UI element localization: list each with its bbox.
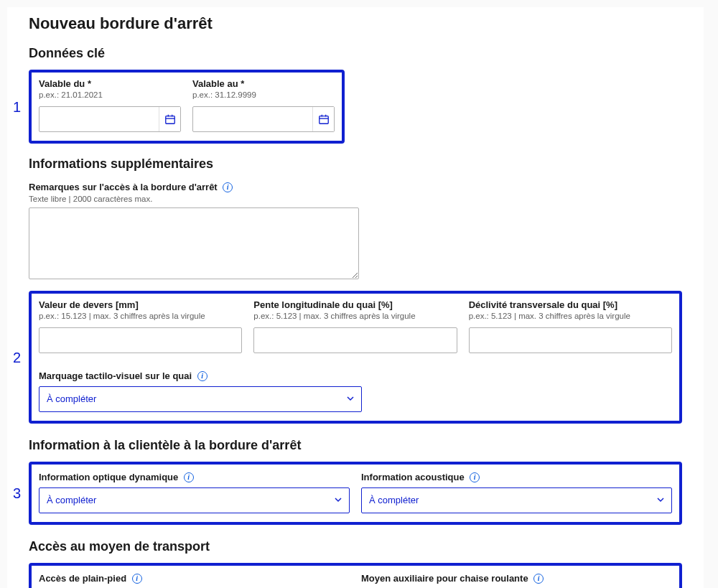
info-icon[interactable]: i [533,574,544,584]
optical-label: Information optique dynamique [39,472,178,482]
valid-from-label: Valable du * [39,78,181,89]
box-key-data: 1 Valable du * p.ex.: 21.01.2021 Valable… [29,70,345,144]
cross-slope-input[interactable] [469,327,672,353]
tactile-label: Marquage tactilo-visuel sur le quai [39,370,192,381]
long-slope-input[interactable] [253,327,457,353]
level-access-label: Accès de plain-pied [39,573,126,584]
box-number-1: 1 [13,98,21,115]
superelevation-input[interactable] [39,327,242,353]
section-key-data-heading: Données clé [29,46,682,61]
box-customer-info: 3 Information optique dynamique i À comp… [29,462,682,525]
tactile-select[interactable]: À compléter [39,386,362,412]
valid-to-label: Valable au * [192,78,335,89]
page-title: Nouveau bordure d'arrêt [29,14,682,33]
box-transport-access: 4 Accès de plain-pied i À compléter Moye… [29,563,682,588]
calendar-icon[interactable] [159,107,180,131]
info-icon[interactable]: i [132,574,142,584]
info-icon[interactable]: i [470,472,480,482]
long-slope-hint: p.ex.: 5.123 | max. 3 chiffres après la … [253,312,457,320]
section-transport-heading: Accès au moyen de transport [29,539,682,554]
cross-slope-hint: p.ex.: 5.123 | max. 3 chiffres après la … [469,312,672,320]
box-number-3: 3 [13,485,21,502]
superelevation-hint: p.ex.: 15.123 | max. 3 chiffres après la… [39,312,242,320]
valid-from-hint: p.ex.: 21.01.2021 [39,90,181,99]
cross-slope-label: Déclivité transversale du quai [%] [469,299,672,310]
wheelchair-aid-label: Moyen auxiliaire pour chaise roulante [361,573,528,584]
valid-to-hint: p.ex.: 31.12.9999 [192,90,335,99]
info-icon[interactable]: i [197,371,208,381]
remarks-textarea[interactable] [29,207,359,279]
section-extra-heading: Informations supplémentaires [29,157,682,172]
superelevation-label: Valeur de devers [mm] [39,299,242,310]
box-number-2: 2 [13,349,21,365]
info-icon[interactable]: i [223,182,233,192]
acoustic-label: Information acoustique [361,472,465,482]
long-slope-label: Pente longitudinale du quai [%] [253,299,457,310]
section-customer-heading: Information à la clientèle à la bordure … [29,438,682,453]
info-icon[interactable]: i [184,472,194,482]
acoustic-select[interactable]: À compléter [361,487,672,513]
optical-select[interactable]: À compléter [39,487,350,513]
box-measurements: 2 Valeur de devers [mm] p.ex.: 15.123 | … [29,291,682,424]
remarks-label: Remarques sur l'accès à la bordure d'arr… [29,182,218,192]
remarks-hint: Texte libre | 2000 caractères max. [29,195,682,203]
calendar-icon[interactable] [312,107,334,131]
